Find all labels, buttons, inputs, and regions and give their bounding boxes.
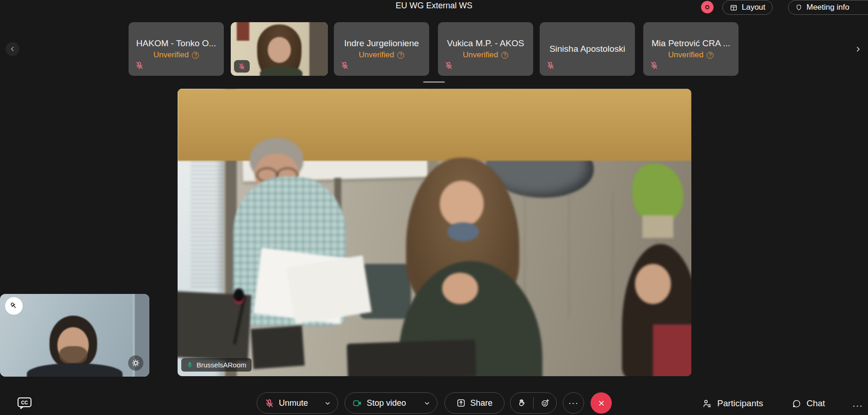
reactions-button[interactable] (541, 398, 550, 408)
meeting-info-button[interactable]: Meeting info (788, 0, 868, 15)
tile-status: Unverified ? (154, 50, 199, 60)
camera-icon (352, 398, 362, 408)
leave-meeting-button[interactable] (591, 392, 612, 414)
divider (533, 397, 534, 409)
participant-name: Sinisha Apostoloski (549, 44, 625, 54)
cc-icon: CC (17, 396, 32, 410)
self-view-settings-button[interactable] (128, 355, 143, 371)
chevron-left-icon (9, 45, 16, 53)
stage-video: BrusselsARoom (178, 89, 691, 376)
close-icon (597, 399, 605, 407)
unverified-label: Unverified (154, 50, 189, 60)
unmute-button[interactable]: Unmute (257, 392, 338, 414)
tile-status: Unverified ? (668, 50, 714, 60)
shield-icon (795, 4, 802, 12)
participant-tile[interactable]: Sinisha Apostoloski ? (540, 22, 635, 76)
tile-status: Unverified ? (463, 50, 509, 60)
audio-options-button[interactable] (320, 395, 335, 411)
unmute-label: Unmute (279, 398, 308, 408)
hand-icon (517, 398, 526, 408)
ellipsis-icon: ··· (568, 398, 579, 408)
mic-live-icon (186, 361, 193, 368)
share-button[interactable]: Share (444, 392, 505, 414)
mic-muted-icon (265, 398, 274, 408)
participant-name: HAKOM - Tonko O... (136, 38, 216, 49)
filmstrip-resize-handle[interactable] (423, 81, 445, 83)
participant-tile[interactable]: Vukica M.P. - AKOS Unverified ? (438, 22, 533, 76)
participants-icon (702, 398, 712, 409)
more-options-button[interactable]: ··· (563, 392, 584, 414)
mic-muted-icon (444, 61, 453, 72)
chevron-down-icon (324, 400, 331, 407)
participants-label: Participants (717, 398, 763, 409)
recording-indicator-icon[interactable] (701, 1, 714, 13)
pin-self-view-button[interactable] (5, 297, 23, 315)
mic-muted-icon (546, 61, 555, 72)
help-icon[interactable]: ? (501, 52, 508, 59)
active-speaker-badge: BrusselsARoom (181, 358, 252, 372)
closed-captions-button[interactable]: CC (17, 396, 32, 412)
self-view-video[interactable] (0, 294, 149, 377)
participant-tile[interactable]: Indre Jurgelioniene Unverified ? (334, 22, 429, 76)
raise-hand-button[interactable] (517, 398, 526, 408)
smiley-plus-icon (541, 398, 550, 408)
participant-name: Indre Jurgelioniene (344, 38, 419, 49)
chat-button[interactable]: Chat (792, 394, 825, 413)
chat-bubble-icon (792, 399, 801, 409)
share-icon (456, 398, 466, 408)
layout-label: Layout (742, 3, 765, 12)
cc-glyph: CC (21, 400, 28, 405)
help-icon[interactable]: ? (192, 52, 199, 59)
participant-tile[interactable]: Mia Petrović CRA ... Unverified ? (643, 22, 739, 76)
mic-muted-badge (234, 60, 250, 73)
help-icon[interactable]: ? (707, 52, 714, 59)
meeting-info-label: Meeting info (806, 3, 850, 12)
pin-icon (9, 301, 19, 311)
layout-button[interactable]: Layout (722, 0, 773, 15)
layout-grid-icon (730, 4, 738, 12)
mic-muted-icon (340, 61, 349, 72)
chevron-down-icon (424, 400, 431, 407)
gear-icon (131, 359, 140, 367)
overflow-menu-button[interactable]: ··· (852, 396, 863, 415)
help-icon[interactable]: ? (397, 52, 404, 59)
record-dot-icon (705, 5, 709, 9)
room-name-label: BrusselsARoom (197, 361, 246, 369)
participant-tile[interactable]: HAKOM - Tonko O... Unverified ? (129, 22, 224, 76)
unverified-label: Unverified (668, 50, 704, 60)
filmstrip-prev-button[interactable] (6, 42, 19, 56)
mic-muted-icon (238, 63, 246, 70)
unverified-label: Unverified (463, 50, 499, 60)
participant-name: Mia Petrović CRA ... (652, 38, 730, 49)
participant-tile-video[interactable] (231, 22, 328, 76)
reactions-group (510, 392, 557, 414)
participants-button[interactable]: Participants (702, 394, 763, 413)
mic-muted-icon (135, 61, 144, 72)
stop-video-label: Stop video (367, 398, 406, 408)
stop-video-button[interactable]: Stop video (345, 392, 437, 414)
chevron-right-icon (854, 45, 862, 53)
ellipsis-icon: ··· (852, 400, 863, 411)
unverified-label: Unverified (359, 50, 394, 60)
video-options-button[interactable] (419, 395, 434, 411)
participant-name: Vukica M.P. - AKOS (447, 38, 524, 49)
mic-muted-icon (650, 61, 659, 72)
chat-label: Chat (806, 398, 825, 409)
share-label: Share (470, 398, 492, 408)
filmstrip-next-button[interactable] (851, 42, 865, 56)
tile-status: Unverified ? (359, 50, 405, 60)
